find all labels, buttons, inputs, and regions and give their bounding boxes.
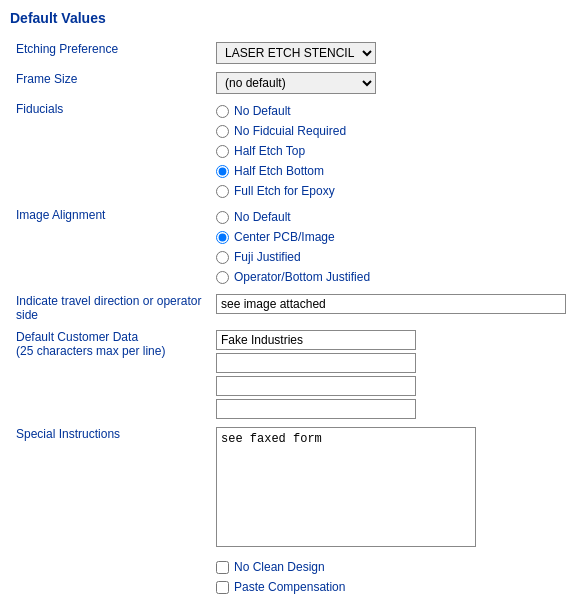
- customer-data-inputs: [216, 330, 568, 419]
- fiducials-half-etch-top-label: Half Etch Top: [234, 144, 305, 158]
- etching-preference-select[interactable]: LASER ETCH STENCIL Option 2: [216, 42, 376, 64]
- fiducials-group: No Default No Fidcuial Required Half Etc…: [216, 102, 568, 200]
- image-alignment-operator-label: Operator/Bottom Justified: [234, 270, 370, 284]
- customer-data-line-4[interactable]: [216, 399, 416, 419]
- travel-direction-label: Indicate travel direction or operator si…: [16, 294, 201, 322]
- page-title: Default Values: [10, 10, 574, 26]
- image-alignment-fuji-radio[interactable]: [216, 251, 229, 264]
- fiducials-half-etch-top-radio[interactable]: [216, 145, 229, 158]
- image-alignment-fuji-label: Fuji Justified: [234, 250, 301, 264]
- customer-data-line-1[interactable]: [216, 330, 416, 350]
- fiducials-full-etch-epoxy-label: Full Etch for Epoxy: [234, 184, 335, 198]
- fiducials-full-etch-epoxy-radio[interactable]: [216, 185, 229, 198]
- image-alignment-center-radio[interactable]: [216, 231, 229, 244]
- checkboxes-group: No Clean Design Paste Compensation Step …: [216, 558, 568, 596]
- frame-size-select[interactable]: (no default) Option 2: [216, 72, 376, 94]
- image-alignment-center-label: Center PCB/Image: [234, 230, 335, 244]
- customer-data-label: Default Customer Data: [16, 330, 138, 344]
- image-alignment-group: No Default Center PCB/Image Fuji Justifi…: [216, 208, 568, 286]
- fiducials-label: Fiducials: [16, 102, 63, 116]
- no-clean-label: No Clean Design: [234, 560, 325, 574]
- image-alignment-no-default-label: No Default: [234, 210, 291, 224]
- paste-compensation-label: Paste Compensation: [234, 580, 345, 594]
- fiducials-no-default-radio[interactable]: [216, 105, 229, 118]
- customer-data-line-3[interactable]: [216, 376, 416, 396]
- fiducials-half-etch-bottom-label: Half Etch Bottom: [234, 164, 324, 178]
- etching-preference-label: Etching Preference: [16, 42, 118, 56]
- special-instructions-label: Special Instructions: [16, 427, 120, 441]
- image-alignment-operator-radio[interactable]: [216, 271, 229, 284]
- fiducials-no-default-label: No Default: [234, 104, 291, 118]
- fiducials-half-etch-bottom-radio[interactable]: [216, 165, 229, 178]
- frame-size-label: Frame Size: [16, 72, 77, 86]
- customer-data-line-2[interactable]: [216, 353, 416, 373]
- travel-direction-input[interactable]: [216, 294, 566, 314]
- no-clean-checkbox[interactable]: [216, 561, 229, 574]
- image-alignment-no-default-radio[interactable]: [216, 211, 229, 224]
- fiducials-no-fiducial-radio[interactable]: [216, 125, 229, 138]
- paste-compensation-checkbox[interactable]: [216, 581, 229, 594]
- fiducials-no-fiducial-label: No Fidcuial Required: [234, 124, 346, 138]
- image-alignment-label: Image Alignment: [16, 208, 105, 222]
- special-instructions-textarea[interactable]: see faxed form: [216, 427, 476, 547]
- customer-data-sublabel: (25 characters max per line): [16, 344, 165, 358]
